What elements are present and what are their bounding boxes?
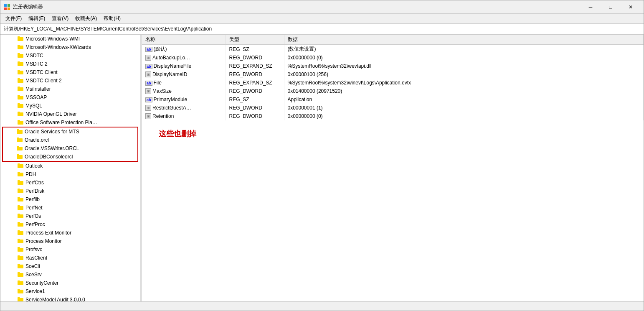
menu-item[interactable]: 收藏夹(A) (72, 14, 100, 23)
tree-item[interactable]: SceCli (0, 262, 140, 270)
app-icon (4, 4, 10, 10)
oracle-tree-item[interactable]: OracleDBConsoleorcl (3, 153, 137, 161)
tree-panel[interactable]: Microsoft-Windows-WMI Microsoft-Windows-… (0, 35, 140, 301)
tree-item-label: Profsvc (25, 247, 42, 252)
tree-item[interactable]: NVIDIA OpenGL Driver (0, 110, 140, 118)
menu-item[interactable]: 编辑(E) (25, 14, 48, 23)
tree-item-label: MSDTC (25, 53, 43, 59)
tree-item-label: Office Software Protection Pla… (25, 120, 97, 125)
folder-icon (17, 246, 24, 254)
value-name: ⊞MaxSize (142, 87, 226, 95)
tree-item[interactable]: PDH (0, 170, 140, 178)
tree-item[interactable]: Process Monitor (0, 237, 140, 245)
window-controls: ─ □ ✕ (581, 1, 640, 13)
tree-item[interactable]: RasClient (0, 254, 140, 262)
value-type: REG_DWORD (226, 70, 284, 79)
tree-item[interactable]: Perflib (0, 195, 140, 204)
tree-item[interactable]: Service1 (0, 287, 140, 296)
table-header: 名称 类型 数据 (142, 35, 644, 45)
folder-icon (17, 102, 24, 110)
value-type: REG_SZ (226, 45, 284, 54)
title-bar: 注册表编辑器 ─ □ ✕ (0, 0, 644, 14)
tree-item[interactable]: MSDTC Client (0, 68, 140, 76)
tree-item[interactable]: MSDTC (0, 51, 140, 60)
table-row[interactable]: ⊞Retention REG_DWORD 0x00000000 (0) (142, 112, 644, 120)
tree-item[interactable]: MSDTC 2 (0, 60, 140, 68)
annotation-text: 这些也删掉 (142, 120, 644, 147)
tree-item-label: PerfDisk (25, 188, 44, 194)
tree-item-label: PerfProc (25, 222, 45, 227)
maximize-button[interactable]: □ (601, 1, 620, 13)
values-table: 名称 类型 数据 ab(默认) REG_SZ (数值未设置) ⊞AutoBack… (142, 35, 644, 120)
folder-icon (17, 237, 24, 245)
table-row[interactable]: ⊞AutoBackupLo… REG_DWORD 0x00000000 (0) (142, 54, 644, 62)
minimize-button[interactable]: ─ (581, 1, 600, 13)
tree-item-label: Service1 (25, 288, 45, 294)
tree-item[interactable]: MsiInstaller (0, 85, 140, 93)
oracle-tree-item[interactable]: Oracle Services for MTS (3, 127, 137, 136)
value-type: REG_EXPAND_SZ (226, 62, 284, 70)
tree-item[interactable]: Office Software Protection Pla… (0, 118, 140, 127)
menu-item[interactable]: 查看(V) (48, 14, 72, 23)
tree-item-label: Outlook (25, 163, 43, 169)
tree-item-label: Microsoft-Windows-WMI (25, 36, 80, 42)
table-row[interactable]: ⊞DisplayNameID REG_DWORD 0x00000100 (256… (142, 70, 644, 79)
reg-box-icon: ⊞ (145, 71, 151, 77)
tree-item[interactable]: PerfDisk (0, 187, 140, 195)
tree-item[interactable]: Microsoft-Windows-XWizards (0, 43, 140, 51)
folder-icon (17, 110, 24, 118)
tree-item[interactable]: PerfOs (0, 212, 140, 220)
tree-item[interactable]: PerfProc (0, 220, 140, 229)
tree-item[interactable]: ServiceModel Audit 3.0.0.0 (0, 296, 140, 301)
folder-icon (17, 212, 24, 220)
menu-item[interactable]: 帮助(H) (100, 14, 124, 23)
col-type: 类型 (226, 35, 284, 45)
folder-icon (17, 60, 24, 68)
reg-box-icon: ⊞ (145, 105, 151, 111)
folder-icon (17, 254, 24, 262)
value-name: ⊞Retention (142, 112, 226, 120)
table-row[interactable]: abFile REG_EXPAND_SZ %SystemRoot%\system… (142, 79, 644, 87)
table-row[interactable]: ab(默认) REG_SZ (数值未设置) (142, 45, 644, 54)
table-row[interactable]: ⊞RestrictGuestA… REG_DWORD 0x00000001 (1… (142, 104, 644, 112)
close-button[interactable]: ✕ (621, 1, 640, 13)
value-type: REG_DWORD (226, 54, 284, 62)
value-name: ⊞DisplayNameID (142, 70, 226, 79)
folder-icon (17, 52, 24, 60)
menu-bar: 文件(F)编辑(E)查看(V)收藏夹(A)帮助(H) (0, 14, 644, 24)
folder-icon (17, 229, 24, 237)
svg-rect-2 (4, 8, 7, 10)
folder-icon (17, 69, 24, 76)
oracle-tree-item[interactable]: Oracle.orcl (3, 136, 137, 144)
tree-item[interactable]: Outlook (0, 162, 140, 170)
tree-item[interactable]: SecurityCenter (0, 279, 140, 287)
folder-icon (17, 221, 24, 229)
tree-item[interactable]: MySQL (0, 102, 140, 110)
reg-box-icon: ⊞ (145, 88, 151, 94)
tree-item[interactable]: PerfNet (0, 204, 140, 212)
table-row[interactable]: abPrimaryModule REG_SZ Application (142, 95, 644, 104)
tree-item[interactable]: Profsvc (0, 245, 140, 254)
table-row[interactable]: abDisplayNameFile REG_EXPAND_SZ %SystemR… (142, 62, 644, 70)
tree-item[interactable]: Microsoft-Windows-WMI (0, 35, 140, 43)
tree-item-label: MSSOAP (25, 94, 47, 100)
values-panel: 名称 类型 数据 ab(默认) REG_SZ (数值未设置) ⊞AutoBack… (142, 35, 644, 301)
tree-item-label: MySQL (25, 103, 42, 109)
main-window: 注册表编辑器 ─ □ ✕ 文件(F)编辑(E)查看(V)收藏夹(A)帮助(H) … (0, 0, 644, 311)
tree-item-label: Process Exit Monitor (25, 230, 71, 236)
table-row[interactable]: ⊞MaxSize REG_DWORD 0x01400000 (20971520) (142, 87, 644, 95)
menu-item[interactable]: 文件(F) (2, 14, 25, 23)
folder-icon (16, 145, 23, 153)
tree-item[interactable]: MSSOAP (0, 93, 140, 102)
tree-item-label: SceSrv (25, 272, 42, 278)
value-name: ab(默认) (142, 45, 226, 54)
tree-item[interactable]: MSDTC Client 2 (0, 76, 140, 85)
reg-ab-icon: ab (145, 97, 152, 102)
tree-item[interactable]: SceSrv (0, 270, 140, 279)
tree-item-label: PerfCtrs (25, 180, 44, 186)
tree-item-label: Microsoft-Windows-XWizards (25, 44, 91, 50)
oracle-tree-item[interactable]: Oracle.VSSWriter.ORCL (3, 144, 137, 153)
tree-item[interactable]: Process Exit Monitor (0, 229, 140, 237)
folder-icon (17, 279, 24, 287)
tree-item[interactable]: PerfCtrs (0, 178, 140, 187)
